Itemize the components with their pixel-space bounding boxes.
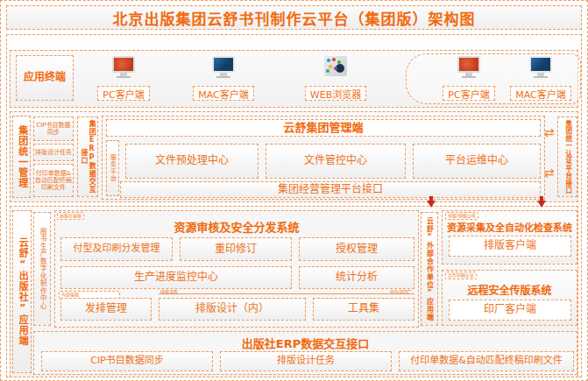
partner-remote-transfer-panel: 合作印刷企业 远程安全传版系统 印厂客户端 — [442, 270, 577, 326]
sync-arrows-icon: ⇄ — [544, 166, 555, 179]
mac-monitor-icon — [529, 56, 552, 82]
client-box-print-factory: 印厂客户端 — [449, 300, 571, 321]
page-title: 北京出版集团云舒书刊制作云平台（集团版）架构图 — [6, 5, 582, 30]
panel-box-reprint-revision: 重印修订 — [180, 237, 292, 261]
review-panel-title: 资源审核及安全分发系统 — [55, 218, 418, 235]
terminals-section-label: 应用终端 — [16, 55, 74, 101]
group-mgmt-panel-title: 云舒集团管理端 — [106, 119, 541, 137]
erp-sync-column: CIP书目数据同步 排版设计任务 付印单数据&自动匹配终稿印刷文件 — [33, 116, 74, 197]
sync-arrows-icon: ⇄ — [544, 126, 555, 138]
flow-note-right: 外包或印厂 — [390, 290, 412, 294]
flow-note-left: 排版流程 — [160, 290, 178, 294]
center-box-platform-ops: 平台运维中心 — [413, 144, 541, 179]
web-browser-icon — [324, 56, 347, 82]
center-box-file-control: 文件管控中心 — [266, 144, 406, 179]
erp-interface-title: 出版社ERP数据交互接口 — [34, 335, 577, 351]
panel-box-toolset: 工具集 — [313, 298, 414, 321]
erp-sync-box: 付印单数据&自动匹配终稿印刷文件 — [33, 164, 74, 197]
group-mgmt-section: 集团统一管理 CIP书目数据同步 排版设计任务 付印单数据&自动匹配终稿印刷文件… — [10, 111, 578, 202]
terminal-web-browser: WEB浏览器 — [298, 56, 373, 101]
group-auth-interface-label: 集团统一认证平台接口 — [557, 116, 577, 197]
panel-box-dispatch-mgmt: 发排管理 — [60, 298, 152, 321]
panel-box-production-monitor: 生产进度监控中心 — [60, 266, 292, 289]
pc-monitor-icon — [457, 56, 480, 82]
terminal-label: PC客户端 — [443, 86, 494, 101]
pc-monitor-icon — [112, 56, 135, 82]
red-down-arrow — [427, 201, 436, 212]
terminal-label: MAC客户端 — [510, 86, 571, 101]
panel-box-statistics: 统计分析 — [299, 266, 414, 289]
terminals-section: 应用终端 PC客户端 MAC客户端 WEB浏览器 PC客户端 MAC客户端 — [10, 50, 578, 108]
partner-panel-title: 远程安全传版系统 — [443, 282, 577, 297]
erp-box-typeset-task: 排版设计任务 — [220, 351, 392, 371]
erp-box-cip-sync: CIP书目数据同步 — [41, 351, 213, 371]
group-mgmt-side-label: 集团统一管理 — [12, 116, 31, 198]
center-box-file-preprocess: 文件预处理中心 — [125, 144, 259, 179]
red-down-arrow — [537, 201, 546, 212]
terminal-mac-client: MAC客户端 — [188, 56, 259, 101]
group-mgmt-panel: 云舒集团管理端 服务平台 文件预处理中心 文件管控中心 平台运维中心 集团经营管… — [102, 116, 545, 200]
partner-tag: 合作印刷企业 — [445, 272, 477, 279]
terminal-label: WEB浏览器 — [305, 86, 366, 101]
production-center-label: 图书生产数字化制作中心 — [33, 212, 51, 326]
erp-sync-box: CIP书目数据同步 — [33, 116, 74, 141]
service-platform-label: 服务平台 — [106, 140, 119, 196]
terminal-label: PC客户端 — [97, 86, 149, 101]
panel-box-plate-print-dist: 付型及印刷分发管理 — [60, 237, 173, 261]
group-operation-interface-bar: 集团经营管理平台接口 — [120, 181, 541, 198]
flow-line — [159, 293, 414, 294]
publisher-side-label: 云舒“出版社”应用端 — [12, 210, 32, 373]
terminal-label: MAC客户端 — [193, 86, 254, 101]
partner-panel-title: 资源采集及全自动化检查系统 — [443, 220, 577, 234]
terminal-mac-client-group: MAC客户端 — [506, 56, 576, 101]
client-box-typeset: 排版客户端 — [449, 236, 571, 257]
partner-collect-check-panel: 排版/制版公司 资源采集及全自动化检查系统 排版客户端 — [442, 210, 577, 265]
mac-monitor-icon — [212, 56, 235, 82]
terminal-pc-client-group: PC客户端 — [439, 56, 499, 101]
terminal-pc-client: PC客户端 — [94, 56, 153, 101]
panel-box-typeset-design-internal: 排版设计（内） — [159, 298, 306, 321]
erp-sync-box: 排版设计任务 — [33, 144, 74, 161]
architecture-diagram: 北京出版集团云舒书刊制作云平台（集团版）架构图 应用终端 PC客户端 MAC客户… — [0, 0, 588, 381]
partner-tag: 排版/制版公司 — [445, 212, 478, 220]
group-erp-interface-label: 集团ERP数据交互接口 — [77, 116, 98, 197]
review-distribution-panel: 出版社编辑 资源审核及安全分发系统 付型及印刷分发管理 重印修订 授权管理 生产… — [54, 210, 419, 328]
panel-box-authorization: 授权管理 — [299, 237, 414, 261]
partners-side-label: 云舒“外部合作单位”应用端 — [421, 212, 438, 326]
publisher-section: 云舒“出版社”应用端 图书生产数字化制作中心 出版社编辑 资源审核及安全分发系统… — [10, 206, 578, 377]
erp-box-print-order-match: 付印单数据&自动匹配终稿印刷文件 — [399, 351, 574, 371]
erp-interface-section: 出版社ERP数据交互接口 CIP书目数据同步 排版设计任务 付印单数据&自动匹配… — [33, 331, 577, 375]
